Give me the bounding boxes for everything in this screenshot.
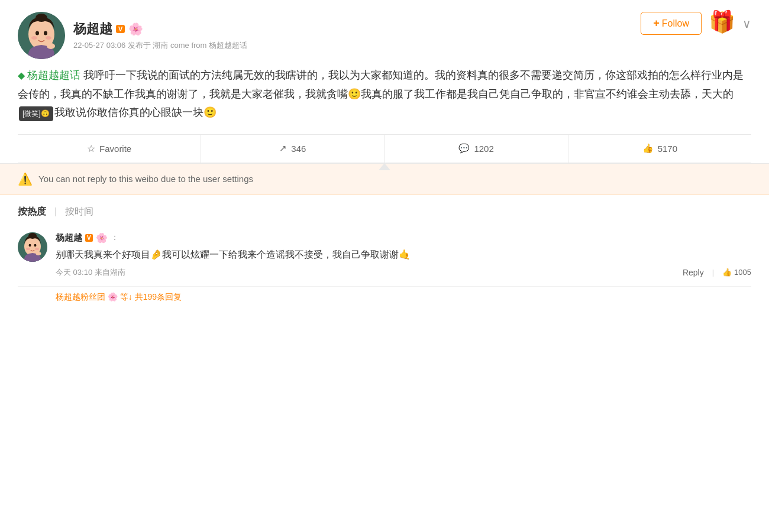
follow-label: Follow (662, 18, 689, 29)
plus-icon: + (653, 17, 660, 30)
emoji-tooltip: [微笑]🙃 (19, 106, 53, 121)
sort-hot[interactable]: 按热度 (18, 206, 46, 218)
username: 杨超越 (73, 20, 112, 38)
footer-divider: | (712, 268, 714, 277)
svg-point-5 (31, 36, 37, 40)
thumb-up-icon: 👍 (722, 268, 732, 277)
post-content: ◆杨超越超话 我呼吁一下我说的面试的方法纯属无效的我瞎讲的，我以为大家都知道的。… (18, 66, 751, 122)
repost-count: 346 (291, 144, 306, 154)
username-row: 杨超越 V 🌸 (73, 20, 247, 38)
sort-time[interactable]: 按时间 (65, 206, 93, 218)
comment-avatar[interactable] (18, 232, 47, 262)
more-replies-row: 杨超越粉丝团 🌸 等↓ 共199条回复 (18, 287, 751, 305)
verified-badge: V (116, 25, 125, 33)
repost-action[interactable]: ↗ 346 (201, 135, 384, 163)
chevron-down-icon[interactable]: ∨ (742, 17, 751, 31)
comment-footer: 今天 03:10 来自湖南 Reply | 👍 1005 (56, 267, 751, 278)
flower-badge: 🌸 (128, 22, 143, 36)
like-number: 1005 (734, 268, 751, 277)
diamond-icon: ◆ (18, 70, 25, 80)
comment-username-row: 杨超越 V 🌸 ： (56, 232, 751, 244)
colon-separator: ： (111, 232, 119, 243)
warning-icon: ⚠️ (18, 172, 33, 186)
favorite-label: Favorite (99, 144, 131, 154)
svg-point-6 (46, 36, 51, 40)
comments-section: 杨超越 V 🌸 ： 别哪天我真来个好项目🤌我可以炫耀一下给我来个造谣我不接受，我… (0, 224, 769, 305)
post-actions: ☆ Favorite ↗ 346 💬 1202 👍 5170 (18, 134, 751, 163)
comment-text: 别哪天我真来个好项目🤌我可以炫耀一下给我来个造谣我不接受，我自己争取谢谢🤙 (56, 247, 751, 262)
svg-point-13 (26, 248, 30, 250)
like-icon: 👍 (642, 143, 654, 154)
svg-point-12 (34, 244, 37, 246)
warning-text: You can not reply to this weibo due to t… (38, 174, 253, 184)
post-text-pre: 我呼吁一下我说的面试的方法纯属无效的我瞎讲的，我以为大家都知道的。我的资料真的很… (18, 69, 744, 100)
post-text-post: 我敢说你敢信你真的心眼缺一块🙂 (54, 106, 217, 118)
post-header: 杨超越 V 🌸 22-05-27 03:06 发布于 湖南 come from … (18, 12, 751, 59)
svg-point-11 (29, 244, 31, 246)
avatar[interactable] (18, 12, 65, 59)
favorite-action[interactable]: ☆ Favorite (18, 135, 201, 163)
actions-wrapper: ☆ Favorite ↗ 346 💬 1202 👍 5170 (18, 134, 751, 163)
header-right: + Follow 🎁 ∨ (641, 12, 751, 35)
comment-footer-right: Reply | 👍 1005 (683, 268, 751, 277)
comment-like-count[interactable]: 👍 1005 (722, 268, 751, 277)
comment-verified-badge: V (85, 234, 93, 242)
svg-point-3 (35, 31, 39, 35)
post-container: 杨超越 V 🌸 22-05-27 03:06 发布于 湖南 come from … (0, 0, 769, 164)
comment-count: 1202 (474, 144, 493, 154)
caret-up-icon (379, 163, 390, 170)
svg-point-2 (35, 14, 47, 22)
comment-flower-badge: 🌸 (96, 232, 108, 244)
more-replies-link[interactable]: 杨超越粉丝团 🌸 等↓ 共199条回复 (56, 287, 182, 306)
like-count-action: 5170 (658, 144, 677, 154)
gift-icon: 🎁 (709, 9, 735, 34)
post-header-left: 杨超越 V 🌸 22-05-27 03:06 发布于 湖南 come from … (18, 12, 247, 59)
comment-icon: 💬 (458, 143, 470, 154)
svg-point-10 (28, 233, 37, 239)
follow-button[interactable]: + Follow (641, 12, 702, 35)
comment-username: 杨超越 (56, 232, 82, 244)
svg-point-14 (35, 248, 39, 250)
like-action[interactable]: 👍 5170 (568, 135, 751, 163)
comment-item: 杨超越 V 🌸 ： 别哪天我真来个好项目🤌我可以炫耀一下给我来个造谣我不接受，我… (18, 224, 751, 287)
post-meta: 22-05-27 03:06 发布于 湖南 come from 杨超越超话 (73, 40, 247, 51)
svg-point-7 (47, 43, 55, 49)
post-mention[interactable]: 杨超越超话 (27, 69, 80, 81)
sort-bar: 按热度 | 按时间 (0, 195, 769, 224)
comment-action[interactable]: 💬 1202 (385, 135, 568, 163)
sort-divider: | (54, 206, 57, 217)
reply-button[interactable]: Reply (683, 268, 704, 277)
svg-point-4 (44, 31, 47, 35)
comment-body: 杨超越 V 🌸 ： 别哪天我真来个好项目🤌我可以炫耀一下给我来个造谣我不接受，我… (56, 232, 751, 278)
user-info: 杨超越 V 🌸 22-05-27 03:06 发布于 湖南 come from … (73, 20, 247, 51)
svg-point-15 (36, 252, 41, 255)
star-icon: ☆ (87, 143, 95, 154)
comment-time: 今天 03:10 来自湖南 (56, 267, 125, 278)
repost-icon: ↗ (279, 143, 287, 154)
